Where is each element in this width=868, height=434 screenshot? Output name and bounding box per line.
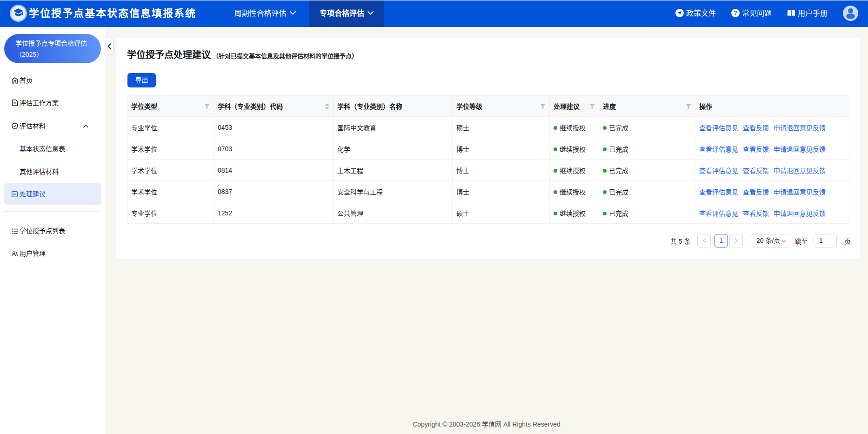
- svg-text:?: ?: [734, 10, 737, 16]
